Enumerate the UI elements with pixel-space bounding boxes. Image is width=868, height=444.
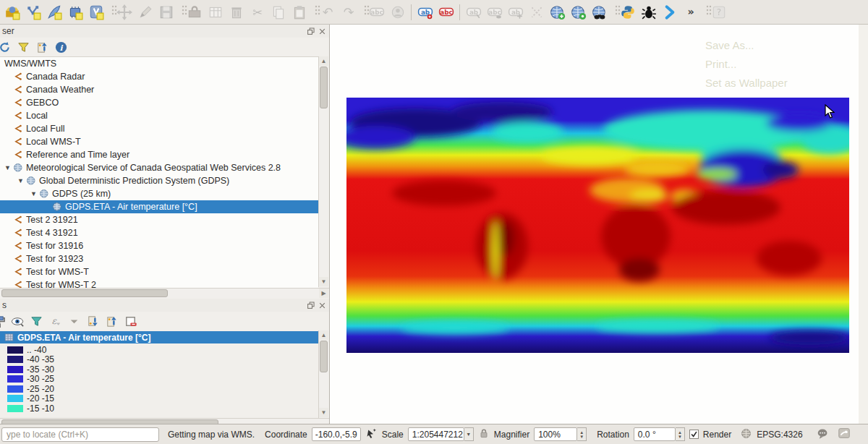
tree-item[interactable]: Test for WMS-T [0,265,318,278]
layer-item-gdps-eta[interactable]: GDPS.ETA - Air temperature [°C] [0,331,318,343]
tree-item[interactable]: Local [0,109,318,122]
map-canvas[interactable]: Save As...Print...Set as Wallpaper [331,25,868,424]
rotation-spinner[interactable]: 0.0 ° ▲▼ [634,427,685,441]
layer-labeling-icon[interactable]: ab [415,2,435,22]
tree-item[interactable]: ▼Global Deterministic Prediction System … [0,174,318,187]
scroll-down-icon[interactable]: ▼ [319,277,328,286]
scale-dropdown-icon[interactable]: ▼ [464,427,474,441]
toolbar-overflow-icon[interactable]: » [681,2,700,22]
scroll-up-icon[interactable]: ▲ [319,56,328,66]
tree-item[interactable]: Test for 31916 [0,239,318,252]
tree-item[interactable]: Test 4 31921 [0,226,318,239]
magnifier-spinner[interactable]: 100% ▲▼ [534,427,587,441]
legend-item[interactable]: -35 -30 [0,364,318,375]
processing-toolbox-icon [184,2,204,22]
filter-browser-icon[interactable] [17,40,30,54]
browser-vscroll-thumb[interactable] [320,67,328,108]
properties-widget-icon[interactable]: i [54,40,68,54]
expand-arrow-icon[interactable]: ▼ [16,177,25,184]
extent-toggle-icon[interactable] [365,427,378,442]
console-chevron-icon[interactable] [660,2,679,22]
metasearch-settings-icon[interactable] [569,2,588,22]
label-pin-icon: ab [464,2,483,22]
collapse-all-icon[interactable] [105,315,119,328]
crs-code[interactable]: EPSG:4326 [757,430,802,440]
filter-legend-icon[interactable] [30,315,43,328]
collapse-all-icon[interactable] [35,40,49,54]
lock-scale-icon[interactable] [478,427,490,441]
browser-vertical-scrollbar[interactable]: ▲ ▼ [318,56,328,287]
browser-hscroll-thumb[interactable] [1,289,168,297]
refresh-icon[interactable] [0,40,12,54]
tree-item[interactable]: ▼Meteorological Service of Canada Geospa… [0,161,318,174]
layers-vertical-scrollbar[interactable]: ▲ ▼ [318,330,328,418]
tree-item-label: Local WMS-T [25,137,81,147]
tree-item-label: GDPS (25 km) [51,189,111,199]
python-console-icon[interactable] [618,2,637,22]
locator-input[interactable] [1,427,159,442]
messages-icon[interactable] [816,427,830,442]
legend-item[interactable]: .. -40 [0,345,318,355]
metasearch-icon[interactable] [590,2,609,22]
new-virtual-layer-icon[interactable] [86,2,106,22]
new-spatialite-layer-icon[interactable] [65,2,85,22]
legend-item[interactable]: -25 -20 [0,384,318,394]
tree-item[interactable]: Local Full [0,122,318,135]
dd-arrow-icon[interactable] [67,315,81,328]
scale-combo[interactable]: 1:205447212 ▼ [408,427,474,441]
expand-arrow-icon[interactable]: ▼ [3,164,12,171]
expand-all-icon[interactable] [86,315,100,328]
tree-item[interactable]: Canada Radar [0,70,318,83]
browser-panel-float-button[interactable] [305,26,315,36]
layer-styling-icon[interactable] [0,315,6,328]
layers-panel-float-button[interactable] [305,300,315,310]
tree-item[interactable]: Reference and Time layer [0,148,318,161]
legend-item[interactable]: -40 -35 [0,355,318,365]
report-bug-icon[interactable] [639,2,658,22]
browser-horizontal-scrollbar[interactable]: ▶ [0,288,329,298]
tree-item[interactable]: ▼GDPS (25 km) [0,187,318,200]
metasearch-add-icon[interactable] [548,2,567,22]
status-message: Getting map via WMS. [168,430,255,440]
filter-expression-icon[interactable]: ε [48,315,62,328]
legend-swatch [7,395,23,402]
rotation-spin-icons[interactable]: ▲▼ [676,427,685,441]
legend-item[interactable]: -30 -25 [0,375,318,385]
layer-diagram-icon[interactable]: abc [436,2,456,22]
scroll-up-icon[interactable]: ▲ [319,330,328,340]
layers-panel-close-button[interactable] [317,300,327,310]
tree-item[interactable]: WMS/WMTS [0,57,318,70]
coordinate-input[interactable]: -160.0,-5.9 [312,427,361,441]
tree-item[interactable]: GDPS.ETA - Air temperature [°C] [0,200,318,213]
tree-item[interactable]: Canada Weather [0,83,318,96]
tree-item[interactable]: Local WMS-T [0,135,318,148]
legend-swatch [7,405,23,412]
tree-item-label: Test 4 31921 [25,228,78,238]
expand-arrow-icon[interactable]: ▼ [29,190,38,197]
browser-panel-close-button[interactable] [317,26,327,36]
layers-panel: s ε GDPS.ETA - Air temperature [°C] .. -… [0,299,329,424]
render-checkbox[interactable] [689,430,699,439]
legend-item[interactable]: -15 -10 [0,404,318,414]
qgis-logo-icon[interactable] [837,427,851,442]
crs-globe-icon[interactable] [740,427,752,442]
layers-vscroll-thumb[interactable] [320,341,328,372]
legend-label: -35 -30 [27,364,54,375]
map-themes-icon[interactable] [11,315,25,328]
scroll-right-icon[interactable]: ▶ [319,289,328,298]
tree-item[interactable]: GEBCO [0,96,318,109]
globe-icon [38,188,51,200]
layers-panel-header: s [0,299,329,312]
data-source-manager-icon[interactable] [2,2,22,22]
tree-item[interactable]: Test 2 31921 [0,213,318,226]
magnifier-spin-icons[interactable]: ▲▼ [577,427,587,441]
tree-item[interactable]: Test for 31923 [0,252,318,265]
new-geopackage-layer-icon[interactable] [23,2,43,22]
tree-item-label: Local [25,111,48,121]
new-shapefile-layer-icon[interactable] [44,2,64,22]
legend-item[interactable]: -20 -15 [0,394,318,404]
tree-item[interactable]: Test for WMS-T 2 [0,278,318,288]
remove-layer-icon[interactable] [124,315,137,328]
scroll-down-icon[interactable]: ▼ [319,408,328,417]
ghost-menu-item: Set as Wallpaper [705,74,788,93]
